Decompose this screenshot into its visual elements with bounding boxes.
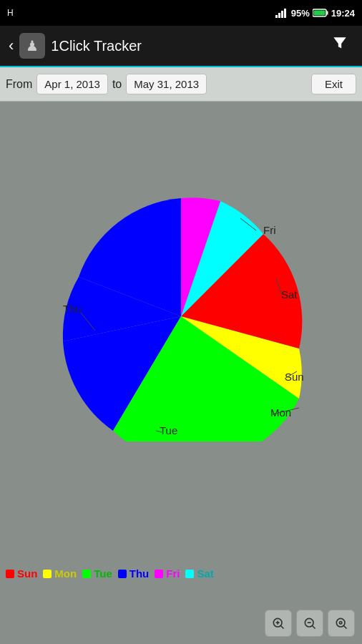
app-title: 1Click Tracker <box>51 38 142 54</box>
zoom-fit-icon <box>334 616 348 630</box>
signal-area: H <box>7 6 14 19</box>
battery-icon <box>313 9 328 17</box>
time: 19:24 <box>331 8 355 19</box>
signal-type: H <box>7 8 14 18</box>
legend-label-sat: Sat <box>197 567 213 580</box>
legend-dot-sun <box>6 570 14 578</box>
top-bar: ‹ ♟ 1Click Tracker <box>0 26 362 67</box>
svg-rect-6 <box>313 11 325 16</box>
to-separator: to <box>112 78 122 91</box>
back-button[interactable]: ‹ <box>9 36 14 55</box>
filter-icon-svg <box>331 34 349 53</box>
battery-percent: 95% <box>291 8 310 19</box>
svg-rect-2 <box>281 11 283 18</box>
legend-dot-sat <box>185 570 194 578</box>
app-icon: ♟ <box>19 33 45 59</box>
label-tue: Tue <box>160 424 177 436</box>
legend-dot-fri <box>155 570 163 578</box>
legend-label-mon: Mon <box>54 567 77 580</box>
svg-rect-5 <box>326 11 328 15</box>
end-date-button[interactable]: May 31, 2013 <box>126 74 207 94</box>
app-icon-symbol: ♟ <box>26 37 39 54</box>
legend-label-sun: Sun <box>17 567 37 580</box>
zoom-bar <box>265 610 355 637</box>
start-date-button[interactable]: Apr 1, 2013 <box>36 74 108 94</box>
svg-point-14 <box>336 618 345 627</box>
legend-dot-mon <box>43 570 52 578</box>
svg-line-13 <box>313 626 315 629</box>
svg-line-16 <box>344 626 347 629</box>
legend-label-thu: Thu <box>129 567 150 580</box>
svg-rect-1 <box>278 13 280 18</box>
legend-dot-thu <box>118 570 127 578</box>
svg-point-15 <box>340 622 342 624</box>
zoom-fit-button[interactable] <box>328 610 355 637</box>
date-filter-bar: From Apr 1, 2013 to May 31, 2013 Exit <box>0 67 362 102</box>
exit-button[interactable]: Exit <box>311 74 356 94</box>
legend-label-tue: Tue <box>94 567 112 580</box>
from-label: From <box>6 78 32 91</box>
legend-label-fri: Fri <box>166 567 180 580</box>
top-bar-left: ‹ ♟ 1Click Tracker <box>9 33 142 59</box>
zoom-in-button[interactable] <box>265 610 292 637</box>
label-sat: Sat <box>281 288 298 301</box>
signal-icon <box>275 8 288 18</box>
legend: Sun Mon Tue Thu Fri Sat <box>0 567 362 580</box>
label-fri: Fri <box>263 224 276 236</box>
svg-line-10 <box>281 626 284 629</box>
status-bar: H 95% 19:24 <box>0 0 362 26</box>
svg-rect-0 <box>275 15 278 18</box>
svg-rect-3 <box>284 9 286 18</box>
filter-button[interactable] <box>326 30 353 62</box>
status-icons: 95% 19:24 <box>275 8 355 19</box>
zoom-out-button[interactable] <box>296 610 323 637</box>
zoom-out-icon <box>303 616 317 630</box>
label-thu: Thu <box>63 303 82 315</box>
zoom-in-icon <box>271 616 285 630</box>
legend-dot-tue <box>82 570 91 578</box>
pie-chart: Fri Sat Sun Mon Tue Thu <box>56 191 306 441</box>
chart-area: Fri Sat Sun Mon Tue Thu <box>0 102 362 531</box>
